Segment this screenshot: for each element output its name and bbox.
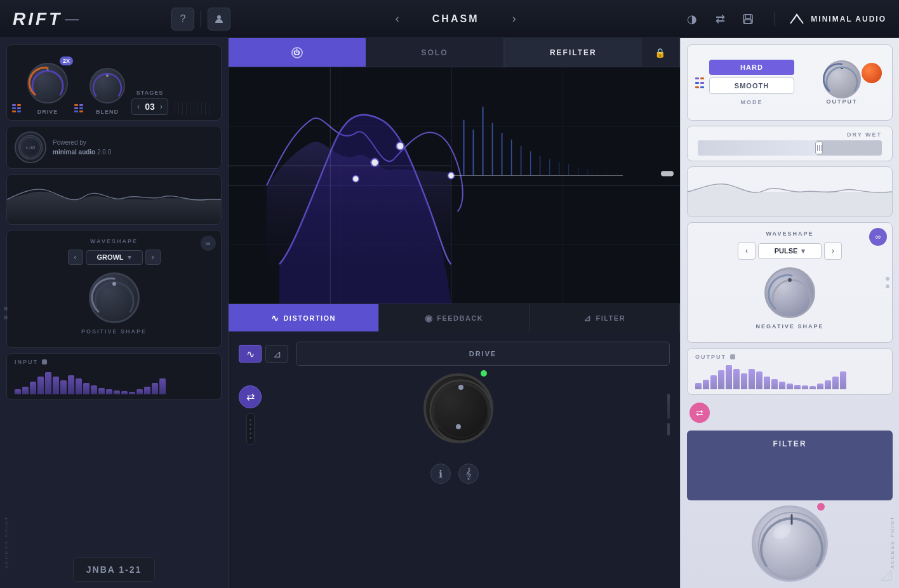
dry-wet-area: DRY WET [687, 126, 893, 161]
svg-point-14 [396, 142, 404, 150]
theme-toggle-button[interactable]: ◑ [681, 8, 703, 30]
grid-pattern [175, 102, 213, 115]
right-sidebar: HARD SMOOTH MODE [680, 38, 899, 588]
meter-bar [825, 380, 831, 389]
filter-knob[interactable] [752, 505, 828, 582]
input-meter-section: INPUT [6, 353, 222, 400]
meter-bar [22, 387, 29, 394]
right-waveshape-next-button[interactable]: › [824, 242, 842, 260]
waveshape-label: WAVESHAPE [15, 238, 213, 244]
meter-bar [106, 389, 112, 394]
meter-bar [60, 380, 67, 394]
sine-wave-button[interactable]: ∿ [239, 345, 262, 363]
right-output-label: OUTPUT [695, 354, 726, 360]
filter-button[interactable]: FILTER [687, 431, 893, 500]
distortion-icon: ∿ [271, 313, 280, 323]
preset-name: CHASM [418, 13, 494, 25]
top-bar: RIFT — ? ‹ CHASM › ◑ ⇄ [0, 0, 899, 38]
grid-dot-3 [250, 428, 251, 430]
meter-bar [817, 384, 823, 389]
right-shuffle-button[interactable]: ⇄ [689, 403, 710, 423]
meter-bar [703, 380, 709, 389]
drive-knob-large-container [423, 373, 506, 456]
preset-next-button[interactable]: › [504, 9, 524, 29]
shuffle-icon-button[interactable]: ⇄ [239, 385, 262, 408]
save-button[interactable] [736, 8, 759, 30]
meter-bar [809, 386, 816, 389]
info-icon-button[interactable]: ℹ [430, 464, 451, 484]
shuffle-button[interactable]: ⇄ [709, 8, 731, 30]
waveshape-next-button[interactable]: › [145, 250, 161, 265]
mode-hard-button[interactable]: HARD [709, 60, 794, 75]
drive-knob-large[interactable] [423, 373, 493, 443]
right-bottom-area: ⇄ FILTER [687, 400, 893, 582]
panels-row: 2X DRIVE [0, 38, 899, 588]
power-tab[interactable]: ⏻ [229, 38, 366, 67]
output-knob[interactable] [823, 60, 861, 98]
svg-point-45 [434, 384, 488, 438]
blend-knob[interactable] [90, 68, 125, 104]
meter-bar [756, 371, 762, 389]
meter-bar [30, 382, 36, 394]
negative-shape-knob[interactable] [764, 267, 815, 318]
meter-bar [749, 369, 755, 389]
top-nav-icons: ? [171, 8, 230, 30]
stages-next[interactable]: › [160, 102, 163, 111]
right-waveshape-prev-button[interactable]: ‹ [738, 242, 756, 260]
side-dot-1 [4, 307, 8, 311]
right-corner-deco [880, 569, 893, 582]
preset-nav: ‹ CHASM › [230, 9, 681, 29]
positive-shape-knob[interactable] [89, 272, 140, 323]
help-button[interactable]: ? [171, 8, 194, 30]
top-right-icons: ◑ ⇄ [681, 8, 769, 30]
link-icon[interactable]: ∞ [201, 236, 216, 251]
drive-knob-group: 2X DRIVE [27, 63, 68, 115]
distortion-tab[interactable]: ∿ DISTORTION [229, 304, 379, 331]
logo-text: RIFT [13, 9, 62, 29]
lock-tab[interactable]: 🔒 [642, 38, 680, 67]
svg-point-0 [217, 15, 221, 19]
main-content: 2X DRIVE [0, 38, 899, 588]
right-waveshape-selector: ‹ PULSE ▾ › [695, 242, 884, 260]
refilter-tab[interactable]: REFILTER [505, 38, 642, 67]
svg-text:r-02: r-02 [25, 145, 36, 150]
feedback-tab[interactable]: ◉ FEEDBACK [379, 304, 529, 331]
svg-rect-2 [745, 15, 750, 18]
dry-wet-slider[interactable] [698, 140, 882, 156]
knob-indicators-left [12, 104, 21, 112]
stages-prev[interactable]: ‹ [137, 102, 140, 111]
meter-bar [83, 383, 90, 394]
waveshape-prev-button[interactable]: ‹ [68, 250, 83, 265]
meter-bar [718, 370, 724, 389]
waveshape-value[interactable]: GROWL ▾ [86, 250, 143, 265]
solo-tab[interactable]: SOLO [366, 38, 503, 67]
right-waveshape-section: WAVESHAPE ∞ ‹ PULSE ▾ › [687, 222, 893, 343]
vertical-bar [667, 394, 670, 419]
user-button[interactable] [208, 8, 230, 30]
positive-shape-label: POSITIVE SHAPE [15, 328, 213, 335]
meter-bar [794, 385, 801, 389]
meter-bar [832, 377, 839, 389]
tab-bar: ⏻ SOLO REFILTER 🔒 [229, 38, 680, 67]
triangle-wave-button[interactable]: ⊿ [265, 345, 288, 363]
info-dial[interactable]: r-02 [15, 131, 46, 163]
meter-bar [114, 391, 120, 394]
preset-prev-button[interactable]: ‹ [387, 9, 408, 29]
meter-bar [159, 378, 166, 394]
output-label: OUTPUT [827, 98, 858, 105]
access-point-label: ACCESS POINT [4, 516, 10, 569]
drive-knob[interactable] [27, 63, 68, 104]
waveform-icon-button[interactable]: 𝄞 [458, 464, 479, 484]
filter-tab[interactable]: ⊿ FILTER [529, 304, 680, 331]
mode-smooth-button[interactable]: SMOOTH [709, 77, 794, 94]
info-row: r-02 Powered by minimal audio 2.0.0 [6, 126, 222, 169]
side-dot-2 [4, 316, 8, 319]
meter-bar [68, 375, 74, 394]
right-waveshape-value[interactable]: PULSE ▾ [758, 243, 822, 259]
logo-dash: — [65, 11, 79, 27]
right-link-icon[interactable]: ∞ [869, 228, 887, 246]
meter-bar [45, 372, 51, 394]
meter-bar [98, 388, 105, 394]
drive-button[interactable]: DRIVE [296, 342, 670, 366]
input-label-row: INPUT [15, 359, 213, 365]
